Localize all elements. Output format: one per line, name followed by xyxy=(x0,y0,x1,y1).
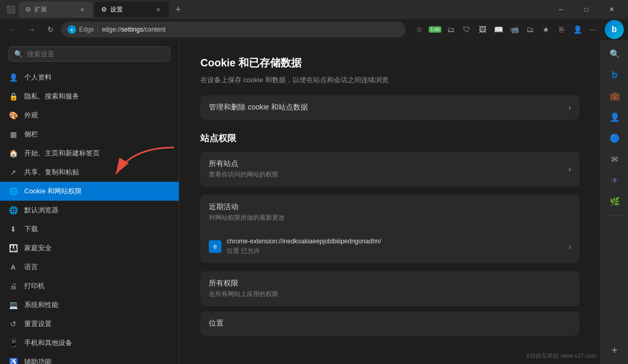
sidebar-item-profile-label: 个人资料 xyxy=(24,73,52,82)
forward-button[interactable]: → xyxy=(23,21,40,38)
refresh-button[interactable]: ↻ xyxy=(42,21,59,38)
collections-icon[interactable]: 🗂 xyxy=(443,22,458,37)
sidebar-item-reset[interactable]: ↺ 重置设置 xyxy=(0,314,179,333)
lock-nav-icon: 🔒 xyxy=(8,92,18,101)
sidebar-item-sharing[interactable]: ↗ 共享、复制和粘贴 xyxy=(0,163,179,182)
rp-profile-icon[interactable]: 👤 xyxy=(605,107,624,126)
sidebar-item-printer[interactable]: 🖨 打印机 xyxy=(0,277,179,296)
fav-icon[interactable]: ★ xyxy=(538,22,553,37)
location-card[interactable]: 位置 xyxy=(200,311,579,336)
sidebar-item-mobile[interactable]: 📱 手机和其他设备 xyxy=(0,333,179,352)
rp-app-icon[interactable]: 🌿 xyxy=(605,192,624,211)
favorites-icon[interactable]: ☆ xyxy=(412,22,427,37)
rp-search-icon[interactable]: 🔍 xyxy=(605,44,624,63)
reading-icon[interactable]: 📖 xyxy=(491,22,506,37)
sidebar-item-privacy-label: 隐私、搜索和服务 xyxy=(24,92,79,101)
video-icon[interactable]: 📹 xyxy=(507,22,521,37)
manage-cookies-chevron: › xyxy=(568,103,571,112)
copy-icon[interactable]: ⎘ xyxy=(554,22,569,37)
mobile-nav-icon: 📱 xyxy=(8,338,18,348)
settings-sidebar: 🔍 👤 个人资料 🔒 隐私、搜索和服务 🎨 外观 ▦ 侧栏 🏠 开始、主页和新建… xyxy=(0,40,179,364)
all-permissions-card[interactable]: 所有权限 在所有网站上应用的权限 xyxy=(200,271,579,306)
all-sites-text: 所有站点 查看你访问的网站的权限 xyxy=(209,159,563,179)
recent-activity-card[interactable]: 近期活动 对网站权限所做的最新更改 e chrome-extension://i… xyxy=(200,195,579,263)
all-sites-desc: 查看你访问的网站的权限 xyxy=(209,170,563,179)
main-area: 🔍 👤 个人资料 🔒 隐私、搜索和服务 🎨 外观 ▦ 侧栏 🏠 开始、主页和新建… xyxy=(0,40,628,364)
sidebar-item-sidepanel-label: 侧栏 xyxy=(24,130,38,139)
back-button[interactable]: ← xyxy=(4,21,21,38)
all-sites-title: 所有站点 xyxy=(209,159,563,169)
sidebar-item-cookies[interactable]: 🌐 Cookie 和网站权限 xyxy=(0,182,179,201)
extension-row[interactable]: e chrome-extension://inedkoakiaeepjoblbi… xyxy=(200,230,579,263)
extension-text: chrome-extension://inedkoakiaeepjoblbiii… xyxy=(227,238,563,255)
all-permissions-text: 所有权限 在所有网站上应用的权限 xyxy=(209,279,571,299)
watermark: X自由互联站 www.x27.com xyxy=(526,352,596,360)
edge-logo-icon: e xyxy=(67,25,76,34)
window-controls: ─ □ ✕ xyxy=(549,1,624,18)
profile-icon[interactable]: 👤 xyxy=(570,22,585,37)
rp-add-button[interactable]: + xyxy=(605,341,624,360)
sidebar-item-printer-label: 打印机 xyxy=(24,281,45,291)
recent-activity-header: 近期活动 对网站权限所做的最新更改 xyxy=(200,195,579,230)
search-settings-input[interactable] xyxy=(27,50,165,58)
sidebar-item-appearance[interactable]: 🎨 外观 xyxy=(0,106,179,125)
accessibility-nav-icon: ♿ xyxy=(8,357,18,364)
tab-settings-close[interactable]: ✕ xyxy=(154,5,162,14)
search-icon: 🔍 xyxy=(14,50,23,58)
search-settings-box[interactable]: 🔍 xyxy=(8,46,170,62)
close-button[interactable]: ✕ xyxy=(600,1,624,18)
manage-cookies-row: 管理和删除 cookie 和站点数据 › xyxy=(200,95,579,120)
location-text: 位置 xyxy=(209,319,571,328)
bing-sidebar-button[interactable]: b xyxy=(605,20,624,39)
rp-bing-icon[interactable]: b xyxy=(605,65,624,84)
rp-divider xyxy=(607,215,622,215)
sidebar-item-sidepanel[interactable]: ▦ 侧栏 xyxy=(0,125,179,144)
site-permissions-title: 站点权限 xyxy=(200,132,579,144)
sidebar-item-mobile-label: 手机和其他设备 xyxy=(24,338,72,348)
coupon-icon[interactable]: 1.00 xyxy=(428,22,442,37)
tab-extensions[interactable]: ⚙ 扩展 ✕ xyxy=(19,2,93,17)
all-permissions-title: 所有权限 xyxy=(209,279,571,288)
rp-briefcase-icon[interactable]: 💼 xyxy=(605,86,624,105)
collection2-icon[interactable]: 🗂 xyxy=(523,22,537,37)
tab-settings[interactable]: ⚙ 设置 ✕ xyxy=(95,2,169,17)
sidebar-item-browser[interactable]: 🌐 默认浏览器 xyxy=(0,201,179,220)
new-tab-button[interactable]: + xyxy=(171,2,186,17)
maximize-button[interactable]: □ xyxy=(574,1,598,18)
more-button[interactable]: ··· xyxy=(586,22,601,37)
coupon-badge: 1.00 xyxy=(429,26,441,33)
all-sites-card[interactable]: 所有站点 查看你访问的网站的权限 › xyxy=(200,152,579,186)
sidebar-item-accessibility[interactable]: ♿ 辅助功能 xyxy=(0,352,179,364)
extension-url: chrome-extension://inedkoakiaeepjoblbiii… xyxy=(227,238,563,245)
sidebar-item-language[interactable]: A 语言 xyxy=(0,258,179,277)
image-icon[interactable]: 🖼 xyxy=(475,22,490,37)
sidebar-item-startup[interactable]: 🏠 开始、主页和新建标签页 xyxy=(0,144,179,163)
sidebar-item-system[interactable]: 💻 系统和性能 xyxy=(0,296,179,314)
rp-teams-icon[interactable]: ✈ xyxy=(605,171,624,190)
extension-icon: e xyxy=(209,240,221,253)
recent-activity-text: 近期活动 对网站权限所做的最新更改 xyxy=(209,202,571,222)
toolbar-icons: ☆ 1.00 🗂 🛡 🖼 📖 📹 🗂 ★ ⎘ 👤 ··· xyxy=(412,22,601,37)
sidebar-item-profile[interactable]: 👤 个人资料 xyxy=(0,68,179,87)
sidebar-item-browser-label: 默认浏览器 xyxy=(24,205,59,215)
sidepanel-nav-icon: ▦ xyxy=(8,130,18,139)
sidebar-item-family[interactable]: 👨‍👩‍👧 家庭安全 xyxy=(0,239,179,258)
sidebar-item-downloads[interactable]: ⬇ 下载 xyxy=(0,220,179,239)
manage-cookies-card[interactable]: 管理和删除 cookie 和站点数据 › xyxy=(200,95,579,120)
sidebar-item-language-label: 语言 xyxy=(24,262,38,272)
tab-extensions-icon: ⚙ xyxy=(25,6,31,13)
language-nav-icon: A xyxy=(8,262,18,272)
all-permissions-row: 所有权限 在所有网站上应用的权限 xyxy=(200,271,579,306)
sidebar-item-family-label: 家庭安全 xyxy=(24,243,52,253)
shield-icon[interactable]: 🛡 xyxy=(459,22,474,37)
address-bar[interactable]: e Edge | edge://settings/content xyxy=(61,22,405,37)
rp-outlook-icon[interactable]: ✉ xyxy=(605,150,624,169)
page-title: Cookie 和已存储数据 xyxy=(200,56,579,70)
sidebar-item-privacy[interactable]: 🔒 隐私、搜索和服务 xyxy=(0,87,179,106)
tab-extensions-close[interactable]: ✕ xyxy=(78,5,86,14)
rp-edge-icon[interactable]: 🔵 xyxy=(605,129,624,147)
minimize-button[interactable]: ─ xyxy=(549,1,573,18)
location-row: 位置 xyxy=(200,311,579,336)
sidebar-item-system-label: 系统和性能 xyxy=(24,300,59,310)
sharing-nav-icon: ↗ xyxy=(8,168,18,177)
